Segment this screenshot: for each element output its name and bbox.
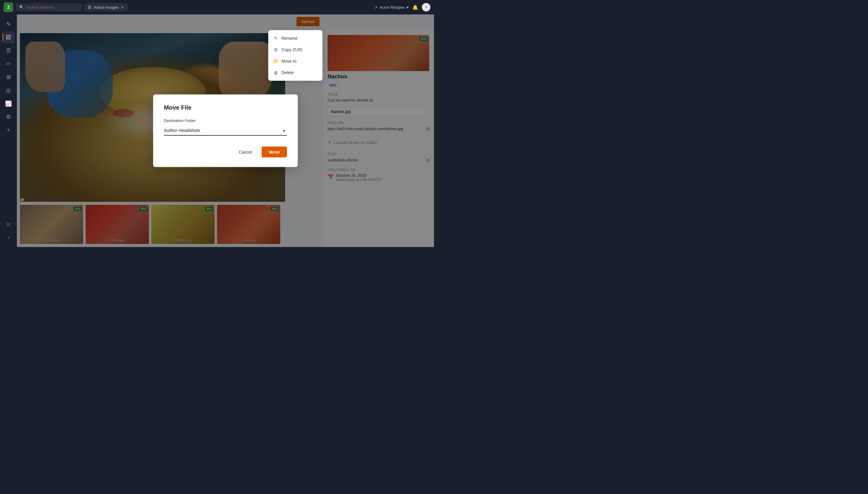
sidebar: ✎ 🖼 ☰ </> ⊞ ◎ 📈 ⚙ + ⊟ ›	[0, 15, 17, 247]
delete-icon: 🗑	[273, 70, 278, 75]
context-rename[interactable]: ✎ Rename	[268, 33, 322, 44]
bell-icon[interactable]: 🔔	[412, 4, 418, 10]
tab-label: Article Images	[94, 5, 118, 10]
dropdown-arrow-icon: ▾	[407, 5, 409, 10]
context-menu: ✎ Rename ⊞ Copy ZUID 📁 Move to 🗑 Delete	[268, 30, 322, 81]
cancel-button[interactable]: Cancel	[233, 147, 258, 157]
modal-actions: Cancel Move	[164, 147, 287, 157]
sidebar-item-dashboard[interactable]: ⊞	[2, 71, 15, 83]
tab-icon: 🖼	[88, 5, 91, 9]
move-icon: 📁	[273, 58, 278, 64]
context-delete[interactable]: 🗑 Delete	[268, 67, 322, 78]
tab-close-icon[interactable]: ✕	[121, 5, 124, 10]
move-button[interactable]: Move	[262, 147, 287, 157]
context-move-to[interactable]: 📁 Move to	[268, 55, 322, 67]
sidebar-item-chart[interactable]: 📈	[2, 98, 15, 110]
external-link-icon: ↗	[374, 5, 377, 10]
sidebar-bottom: ⊟ ›	[2, 218, 15, 243]
sidebar-item-add[interactable]: +	[2, 124, 15, 136]
sidebar-item-edit[interactable]: ✎	[2, 18, 15, 30]
app-logo: Z	[4, 2, 13, 12]
context-copy-zuid[interactable]: ⊞ Copy ZUID	[268, 44, 322, 55]
copy-icon: ⊞	[273, 47, 278, 52]
destination-folder-label: Destination Folder	[164, 118, 287, 123]
sidebar-item-settings[interactable]: ⚙	[2, 111, 15, 123]
instance-name: Acme Recipes	[380, 5, 405, 10]
context-copy-label: Copy ZUID	[281, 47, 302, 52]
close-button[interactable]: ×	[422, 3, 430, 12]
folder-select-wrap: Author Headshots Article Images Product …	[164, 125, 287, 136]
search-bar[interactable]: 🔍	[16, 3, 82, 12]
active-indicator	[2, 34, 3, 41]
context-rename-label: Rename	[281, 36, 297, 41]
sidebar-item-media[interactable]: 🖼	[2, 31, 15, 43]
topbar: Z 🔍 🖼 Article Images ✕ ↗ Acme Recipes ▾ …	[0, 0, 434, 15]
context-delete-label: Delete	[281, 70, 294, 75]
main-area: Upload 📁	[17, 15, 434, 247]
search-input[interactable]	[26, 5, 78, 10]
search-icon: 🔍	[19, 5, 24, 10]
sidebar-item-code[interactable]: </>	[2, 58, 15, 70]
instance-link[interactable]: ↗ Acme Recipes ▾	[374, 5, 409, 10]
sidebar-item-layers[interactable]: ⊟	[2, 218, 15, 230]
sidebar-expand-button[interactable]: ›	[2, 231, 15, 243]
folder-select[interactable]: Author Headshots Article Images Product …	[164, 125, 287, 136]
sidebar-item-list[interactable]: ☰	[2, 44, 15, 57]
topbar-right: ↗ Acme Recipes ▾ 🔔 ×	[374, 3, 430, 12]
context-move-label: Move to	[281, 59, 297, 63]
modal-title: Move File	[164, 104, 287, 111]
sidebar-item-target[interactable]: ◎	[2, 84, 15, 96]
move-file-modal: Move File Destination Folder Author Head…	[153, 95, 298, 167]
article-images-tab[interactable]: 🖼 Article Images ✕	[85, 3, 128, 12]
rename-icon: ✎	[273, 36, 278, 41]
